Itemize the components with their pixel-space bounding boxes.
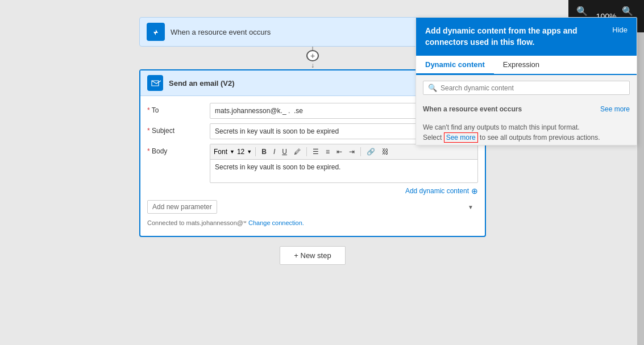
underline-button[interactable]: U xyxy=(280,147,289,157)
panel-message: We can't find any outputs to match this … xyxy=(416,118,637,145)
link-button[interactable]: 🔗 xyxy=(364,147,377,157)
number-list-button[interactable]: ≡ xyxy=(323,147,332,157)
add-dynamic-icon[interactable]: ⊕ xyxy=(471,186,478,196)
expression-tab[interactable]: Expression xyxy=(494,56,549,75)
search-icon: 🔍 xyxy=(428,84,437,92)
panel-tabs: Dynamic content Expression xyxy=(416,56,637,75)
panel-header: Add dynamic content from the apps and co… xyxy=(416,18,637,56)
scrollbar[interactable] xyxy=(637,32,644,345)
subject-label: * Subject xyxy=(147,123,210,135)
bullet-list-button[interactable]: ☰ xyxy=(310,147,321,157)
body-content[interactable]: Secrets in key vault is soon to be expir… xyxy=(210,160,477,182)
add-param-select[interactable]: Add new parameter xyxy=(147,200,217,214)
font-size-select[interactable]: 12 ▼ xyxy=(237,148,252,156)
add-param-row: Add new parameter xyxy=(140,197,485,217)
font-label: Font xyxy=(214,148,227,156)
action-icon xyxy=(147,75,163,91)
message-line2: to see all outputs from previous actions… xyxy=(480,134,600,142)
section-header: When a resource event occurs See more xyxy=(423,105,630,113)
body-label: * Body xyxy=(147,144,210,155)
italic-button[interactable]: I xyxy=(271,147,277,157)
indent-button[interactable]: ⇥ xyxy=(347,147,357,157)
font-select[interactable]: Font ▼ xyxy=(214,148,235,156)
connector: + ↓ xyxy=(306,47,319,69)
change-connection-link[interactable]: Change connection. xyxy=(248,219,304,226)
add-dynamic-content-link[interactable]: Add dynamic content xyxy=(405,187,469,195)
dynamic-panel: Add dynamic content from the apps and co… xyxy=(416,17,637,146)
action-title: Send an email (V2) xyxy=(169,79,457,88)
connected-text: Connected to mats.johannesson@ xyxy=(147,219,243,226)
connector-arrow: ↓ xyxy=(311,61,314,69)
action-footer: Connected to mats.johannesson@ʷ Change c… xyxy=(140,217,485,231)
add-step-button[interactable]: + xyxy=(306,50,319,61)
trigger-icon xyxy=(147,23,165,41)
body-toolbar: Font ▼ 12 ▼ B I U 🖉 xyxy=(210,144,477,160)
body-row: * Body Font ▼ 12 ▼ xyxy=(140,142,485,185)
dynamic-content-tab[interactable]: Dynamic content xyxy=(416,56,494,75)
panel-search: 🔍 xyxy=(416,75,637,101)
search-box: 🔍 xyxy=(423,81,630,95)
section-title: When a resource event occurs xyxy=(423,105,522,113)
font-dropdown-icon: ▼ xyxy=(230,149,235,155)
font-size-value: 12 xyxy=(237,148,244,156)
panel-section: When a resource event occurs See more xyxy=(416,101,637,118)
body-text: Secrets in key vault is soon to be expir… xyxy=(215,163,340,171)
hide-panel-button[interactable]: Hide xyxy=(612,26,628,34)
to-label: * To xyxy=(147,103,210,114)
see-more-inline-button[interactable]: See more xyxy=(444,132,478,143)
add-param-wrapper: Add new parameter xyxy=(147,200,478,214)
message-line1: We can't find any outputs to match this … xyxy=(423,123,580,131)
body-editor: Font ▼ 12 ▼ B I U 🖉 xyxy=(210,144,478,183)
dynamic-content-bar: Add dynamic content ⊕ xyxy=(140,185,485,197)
outdent-button[interactable]: ⇤ xyxy=(334,147,344,157)
panel-header-text: Add dynamic content from the apps and co… xyxy=(425,26,596,48)
search-dynamic-input[interactable] xyxy=(441,84,625,92)
bold-button[interactable]: B xyxy=(259,147,269,157)
font-size-dropdown-icon: ▼ xyxy=(247,149,252,155)
unlink-button[interactable]: ⛓ xyxy=(380,147,391,157)
new-step-button[interactable]: + New step xyxy=(280,246,345,265)
highlight-button[interactable]: 🖉 xyxy=(292,147,303,157)
see-more-button[interactable]: See more xyxy=(600,105,630,113)
